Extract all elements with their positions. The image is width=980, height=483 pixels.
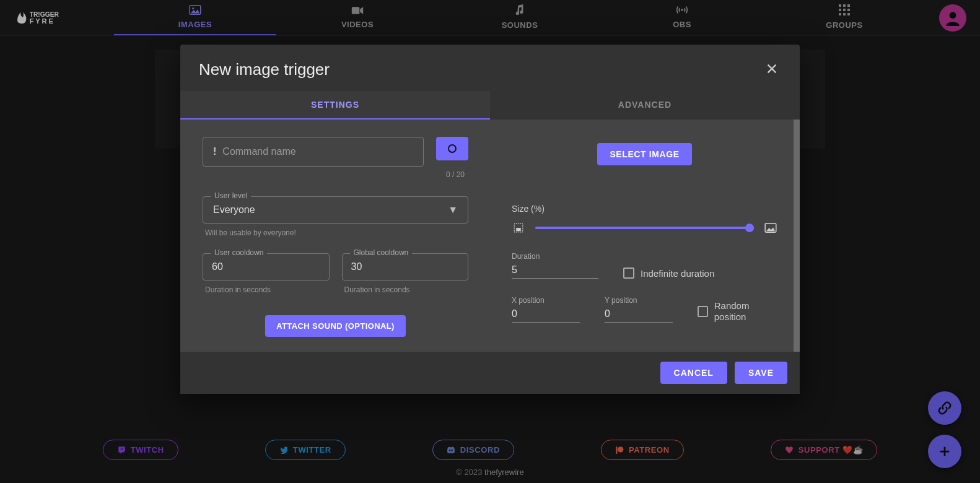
size-label: Size (%) <box>512 204 777 214</box>
new-trigger-modal: New image trigger SETTINGS ADVANCED ! <box>180 45 800 394</box>
svg-point-18 <box>448 145 456 152</box>
indefinite-duration-checkbox[interactable]: Indefinite duration <box>623 268 714 279</box>
checkbox-icon <box>623 268 634 279</box>
command-name-input[interactable] <box>222 146 413 157</box>
settings-left-column: ! 0 / 20 User level Everyone ▼ Will be u… <box>203 137 468 337</box>
modal-tabs: SETTINGS ADVANCED <box>180 91 800 120</box>
user-level-select[interactable]: User level Everyone ▼ <box>203 196 468 224</box>
image-large-icon <box>764 221 777 235</box>
ypos-input[interactable] <box>605 306 673 323</box>
tab-advanced[interactable]: ADVANCED <box>490 91 800 120</box>
global-cooldown-field[interactable]: Global cooldown <box>342 253 469 281</box>
command-name-field[interactable]: ! <box>203 137 424 167</box>
attach-sound-button[interactable]: ATTACH SOUND (OPTIONAL) <box>265 315 406 337</box>
duration-input[interactable] <box>512 262 598 279</box>
duration-label: Duration <box>512 252 598 261</box>
size-slider-row <box>512 221 777 235</box>
xpos-input[interactable] <box>512 306 580 323</box>
modal-body: ! 0 / 20 User level Everyone ▼ Will be u… <box>180 120 800 352</box>
size-slider[interactable] <box>535 227 754 229</box>
channel-points-toggle[interactable] <box>436 137 468 160</box>
circle-icon <box>447 143 458 154</box>
cancel-button[interactable]: CANCEL <box>660 362 727 384</box>
modal-footer: CANCEL SAVE <box>180 352 800 394</box>
chevron-down-icon: ▼ <box>448 204 458 215</box>
close-icon <box>765 62 779 76</box>
user-cooldown-input[interactable] <box>212 261 320 272</box>
svg-rect-20 <box>516 228 521 231</box>
global-cooldown-hint: Duration in seconds <box>342 285 469 294</box>
command-prefix: ! <box>213 146 216 157</box>
select-image-button[interactable]: SELECT IMAGE <box>597 143 691 165</box>
user-level-value: Everyone <box>213 204 255 215</box>
image-small-icon <box>512 221 525 235</box>
user-cooldown-field[interactable]: User cooldown <box>203 253 330 281</box>
save-button[interactable]: SAVE <box>735 362 787 384</box>
settings-right-column: SELECT IMAGE Size (%) <box>512 137 777 337</box>
command-counter: 0 / 20 <box>203 170 468 179</box>
slider-thumb[interactable] <box>745 224 754 232</box>
tab-settings[interactable]: SETTINGS <box>180 91 490 120</box>
modal-title: New image trigger <box>199 60 330 79</box>
xpos-label: X position <box>512 296 580 305</box>
modal-overlay: New image trigger SETTINGS ADVANCED ! <box>0 0 980 483</box>
random-position-checkbox[interactable]: Random position <box>698 300 777 323</box>
ypos-label: Y position <box>605 296 673 305</box>
modal-header: New image trigger <box>180 45 800 91</box>
global-cooldown-input[interactable] <box>351 261 460 272</box>
user-level-hint: Will be usable by everyone! <box>203 228 468 237</box>
user-cooldown-hint: Duration in seconds <box>203 285 330 294</box>
checkbox-icon <box>698 306 708 317</box>
close-button[interactable] <box>763 59 781 80</box>
